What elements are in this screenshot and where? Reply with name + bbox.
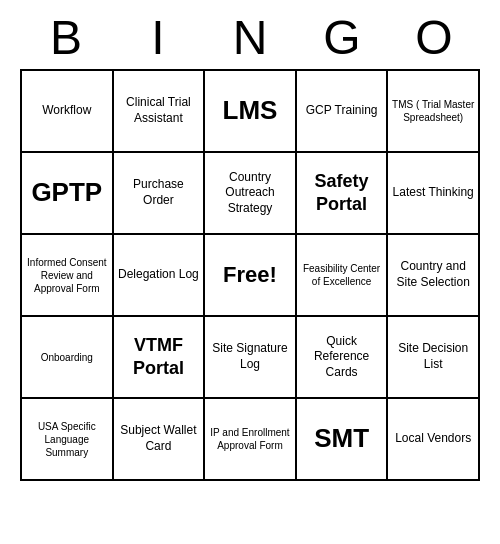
- cell-2-2-free: Free!: [205, 235, 297, 317]
- cell-1-3: Safety Portal: [297, 153, 389, 235]
- cell-1-1: Purchase Order: [114, 153, 206, 235]
- letter-n: N: [210, 10, 290, 65]
- cell-4-2: IP and Enrollment Approval Form: [205, 399, 297, 481]
- cell-4-4: Local Vendors: [388, 399, 480, 481]
- cell-4-3: SMT: [297, 399, 389, 481]
- cell-1-0: GPTP: [22, 153, 114, 235]
- bingo-title: B I N G O: [20, 10, 480, 65]
- cell-0-4: TMS ( Trial Master Spreadsheet): [388, 71, 480, 153]
- cell-2-0: Informed Consent Review and Approval For…: [22, 235, 114, 317]
- letter-g: G: [302, 10, 382, 65]
- bingo-grid: Workflow Clinical Trial Assistant LMS GC…: [20, 69, 480, 481]
- cell-3-1: VTMF Portal: [114, 317, 206, 399]
- cell-3-4: Site Decision List: [388, 317, 480, 399]
- cell-1-2: Country Outreach Strategy: [205, 153, 297, 235]
- cell-1-4: Latest Thinking: [388, 153, 480, 235]
- cell-0-3: GCP Training: [297, 71, 389, 153]
- letter-o: O: [394, 10, 474, 65]
- cell-2-3: Feasibility Center of Excellence: [297, 235, 389, 317]
- cell-0-1: Clinical Trial Assistant: [114, 71, 206, 153]
- cell-4-0: USA Specific Language Summary: [22, 399, 114, 481]
- cell-0-0: Workflow: [22, 71, 114, 153]
- bingo-card: B I N G O Workflow Clinical Trial Assist…: [20, 10, 480, 481]
- cell-3-3: Quick Reference Cards: [297, 317, 389, 399]
- cell-3-0: Onboarding: [22, 317, 114, 399]
- cell-4-1: Subject Wallet Card: [114, 399, 206, 481]
- letter-i: I: [118, 10, 198, 65]
- cell-3-2: Site Signature Log: [205, 317, 297, 399]
- cell-0-2: LMS: [205, 71, 297, 153]
- cell-2-4: Country and Site Selection: [388, 235, 480, 317]
- letter-b: B: [26, 10, 106, 65]
- cell-2-1: Delegation Log: [114, 235, 206, 317]
